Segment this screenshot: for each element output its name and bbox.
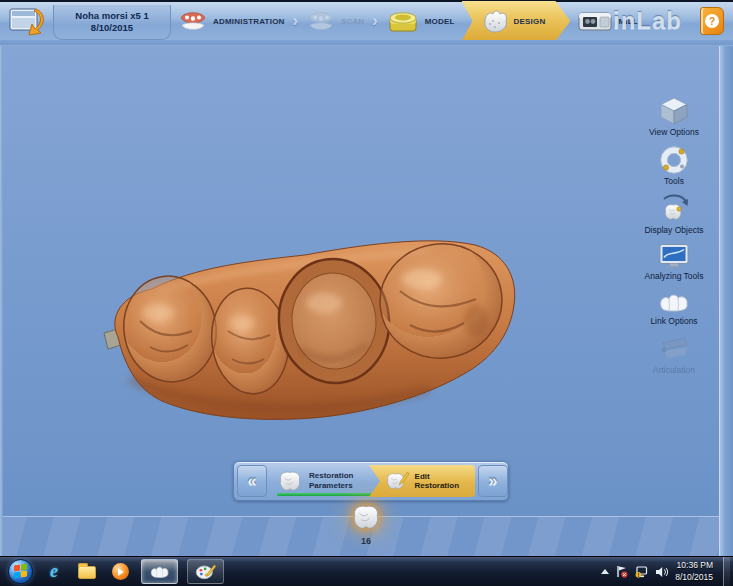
articulator-icon bbox=[657, 334, 691, 364]
patient-info: Noha morsi x5 1 8/10/2015 bbox=[53, 5, 171, 40]
sidebar-item-link-options[interactable]: Link Options bbox=[650, 289, 697, 327]
tooth-16-indicator[interactable]: 16 bbox=[340, 502, 392, 546]
phase-scan[interactable]: SCAN bbox=[299, 1, 371, 41]
sidebar-item-label: Link Options bbox=[650, 317, 697, 327]
sidebar-item-label: Display Objects bbox=[644, 226, 703, 236]
milling-machine-icon bbox=[577, 8, 613, 34]
crown-icon bbox=[481, 8, 509, 34]
taskbar-clock[interactable]: 10:36 PM 8/10/2015 bbox=[675, 560, 713, 582]
window-export-icon bbox=[7, 5, 49, 37]
phase-design[interactable]: DESIGN bbox=[462, 1, 571, 41]
scanner-icon bbox=[386, 7, 420, 35]
tooth-rotate-icon bbox=[657, 194, 691, 224]
internet-explorer-button[interactable]: e bbox=[42, 559, 66, 585]
windows-flag-icon bbox=[14, 565, 20, 572]
sidebar-item-label: Tools bbox=[664, 177, 684, 187]
sidebar-item-label: View Options bbox=[649, 128, 699, 138]
help-book-icon: ? bbox=[705, 14, 719, 28]
step-restoration-parameters[interactable]: Restoration Parameters bbox=[270, 465, 375, 497]
sidebar-item-articulation[interactable]: Articulation bbox=[653, 334, 695, 376]
phase-separator-icon: › bbox=[372, 12, 377, 30]
phase-label: ADMINISTRATION bbox=[213, 17, 285, 26]
media-player-icon bbox=[112, 563, 129, 580]
system-tray: 10:36 PM 8/10/2015 bbox=[601, 557, 733, 586]
sidebar-item-label: Articulation bbox=[653, 366, 695, 376]
teeth-app-icon bbox=[149, 564, 171, 580]
clock-date: 8/10/2015 bbox=[675, 572, 713, 583]
step-label: Edit Restoration bbox=[415, 472, 471, 490]
inlab-app-taskbar-button[interactable] bbox=[141, 559, 178, 584]
tooth-number-label: 16 bbox=[340, 536, 392, 546]
phase-steps: ADMINISTRATION › SCAN › MODEL bbox=[171, 1, 613, 41]
step-label: Restoration Parameters bbox=[309, 471, 371, 491]
teeth-row-icon bbox=[657, 289, 691, 315]
window-frame-left bbox=[0, 46, 3, 556]
inlab-logo: inLab bbox=[613, 7, 700, 35]
glowing-tooth-icon bbox=[348, 502, 384, 532]
sidebar-item-analyzing-tools[interactable]: Analyzing Tools bbox=[645, 242, 704, 282]
volume-icon[interactable] bbox=[655, 566, 668, 578]
next-step-button[interactable]: » bbox=[478, 465, 508, 497]
cube-icon bbox=[657, 96, 691, 126]
phase-label: MODEL bbox=[425, 17, 455, 26]
internet-explorer-icon: e bbox=[50, 561, 58, 582]
step-navigation-bar: « Restoration Parameters Edit Restoratio… bbox=[233, 461, 509, 501]
denture-icon bbox=[178, 8, 208, 34]
sidebar-item-label: Analyzing Tools bbox=[645, 272, 704, 282]
tooth-icon bbox=[276, 468, 304, 494]
tray-expand-icon[interactable] bbox=[601, 569, 609, 574]
phase-bar: Noha morsi x5 1 8/10/2015 ADMINISTRATION… bbox=[0, 0, 733, 40]
show-desktop-button[interactable] bbox=[723, 557, 730, 586]
sidebar-item-display-objects[interactable]: Display Objects bbox=[644, 194, 703, 236]
cad-app-taskbar-button[interactable] bbox=[187, 559, 224, 584]
windows-explorer-button[interactable] bbox=[75, 559, 99, 585]
tool-sidebar: View Options Tools bbox=[637, 96, 711, 383]
home-button[interactable] bbox=[7, 5, 49, 37]
network-status-icon[interactable] bbox=[635, 566, 648, 578]
palette-pencil-icon bbox=[195, 563, 217, 580]
chevrons-right-icon: » bbox=[489, 472, 498, 490]
phase-label: DESIGN bbox=[514, 17, 546, 26]
phase-label: SCAN bbox=[341, 17, 364, 26]
previous-step-button[interactable]: « bbox=[237, 465, 267, 497]
scan-denture-icon bbox=[306, 8, 336, 34]
sidebar-item-tools[interactable]: Tools bbox=[658, 145, 690, 187]
dental-model-3d[interactable] bbox=[100, 229, 530, 439]
help-button[interactable]: ? bbox=[700, 7, 724, 35]
tooth-pencil-icon bbox=[384, 468, 410, 494]
chevrons-left-icon: « bbox=[248, 472, 257, 490]
model-viewport[interactable]: View Options Tools bbox=[0, 46, 733, 516]
phase-administration[interactable]: ADMINISTRATION bbox=[171, 1, 292, 41]
media-player-button[interactable] bbox=[108, 559, 132, 585]
phase-model[interactable]: MODEL bbox=[379, 1, 462, 41]
step-edit-restoration[interactable]: Edit Restoration bbox=[369, 465, 475, 497]
windows-taskbar: e bbox=[0, 556, 733, 586]
completed-indicator bbox=[277, 493, 372, 496]
monitor-icon bbox=[657, 242, 691, 270]
window-frame-right bbox=[719, 46, 733, 556]
action-center-flag-icon[interactable] bbox=[616, 565, 628, 578]
sidebar-item-view-options[interactable]: View Options bbox=[649, 96, 699, 138]
start-button[interactable] bbox=[8, 559, 33, 584]
folder-icon bbox=[78, 566, 96, 579]
patient-date: 8/10/2015 bbox=[54, 22, 170, 34]
phase-separator-icon: › bbox=[293, 12, 298, 30]
clock-time: 10:36 PM bbox=[675, 560, 713, 571]
inlab-window: Noha morsi x5 1 8/10/2015 ADMINISTRATION… bbox=[0, 0, 733, 586]
ring-icon bbox=[658, 145, 690, 175]
patient-name: Noha morsi x5 1 bbox=[54, 10, 170, 22]
